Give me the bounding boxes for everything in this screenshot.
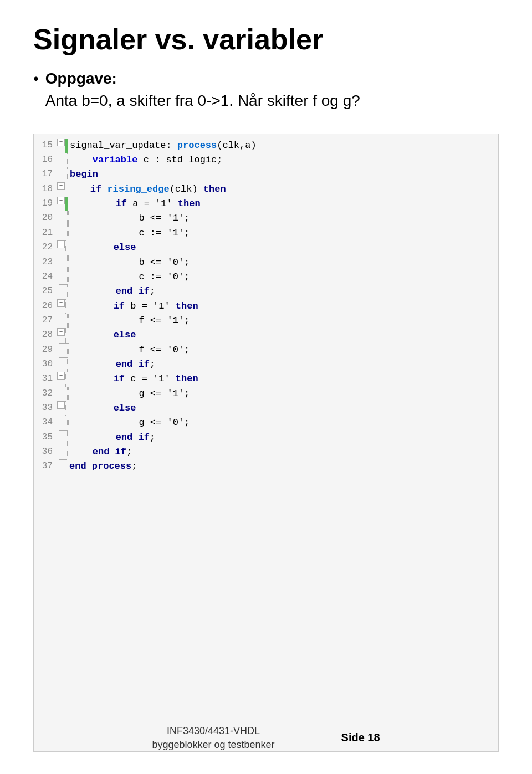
- code-line-25: 25 end if;: [34, 284, 498, 299]
- page-title: Signaler vs. variabler: [33, 22, 499, 57]
- fold-end-35: [59, 430, 67, 445]
- line-content-35: end if;: [68, 430, 498, 445]
- fold-end-36: [59, 445, 67, 459]
- footer: INF3430/4431-VHDL byggeblokker og testbe…: [0, 724, 532, 752]
- code-line-22: 22 − else: [34, 240, 498, 255]
- line-content-19: if a = '1' then: [68, 197, 498, 211]
- line-content-29: f <= '0';: [69, 343, 498, 357]
- fold-box-15[interactable]: −: [57, 139, 65, 146]
- line-content-30: end if;: [68, 357, 498, 372]
- fold-end-34: [59, 416, 67, 430]
- code-line-15: 15 − signal_var_update: process(clk,a): [34, 139, 498, 153]
- fold-box-33[interactable]: −: [57, 401, 65, 409]
- line-num-15: 15: [34, 139, 57, 153]
- line-content-32: g <= '1';: [69, 387, 498, 401]
- fold-end-25: [59, 284, 67, 299]
- fold-end-37: [59, 459, 67, 474]
- code-line-33: 33 − else: [34, 401, 498, 416]
- fold-end-27: [59, 314, 67, 328]
- fold-space-21: [57, 226, 67, 240]
- code-line-32: 32 g <= '1';: [34, 387, 498, 401]
- bullet-dot: •: [33, 70, 39, 88]
- line-num-18: 18: [34, 182, 57, 197]
- code-line-35: 35 end if;: [34, 430, 498, 445]
- code-line-19: 19 − if a = '1' then: [34, 197, 498, 211]
- code-line-18: 18 − if rising_edge(clk) then: [34, 182, 498, 197]
- line-num-21: 21: [34, 226, 57, 240]
- footer-course: INF3430/4431-VHDL byggeblokker og testbe…: [152, 724, 274, 752]
- code-line-31: 31 − if c = '1' then: [34, 372, 498, 386]
- fold-box-26[interactable]: −: [57, 299, 65, 307]
- code-line-26: 26 − if b = '1' then: [34, 299, 498, 314]
- line-num-32: 32: [34, 387, 57, 401]
- code-line-20: 20 b <= '1';: [34, 211, 498, 225]
- code-line-30: 30 end if;: [34, 357, 498, 372]
- line-content-17: begin: [68, 167, 498, 182]
- bullet-label: Oppgave:Anta b=0, a skifter fra 0->1. Nå…: [45, 70, 360, 109]
- line-num-26: 26: [34, 299, 57, 314]
- code-line-23: 23 b <= '0';: [34, 255, 498, 270]
- line-content-15: signal_var_update: process(clk,a): [68, 139, 498, 153]
- fold-end-29: [59, 343, 67, 357]
- line-num-20: 20: [34, 211, 57, 225]
- line-content-27: f <= '1';: [69, 314, 498, 328]
- code-line-21: 21 c := '1';: [34, 226, 498, 240]
- code-line-24: 24 c := '0';: [34, 270, 498, 284]
- line-content-31: if c = '1' then: [66, 372, 498, 386]
- bullet-text: Oppgave:Anta b=0, a skifter fra 0->1. Nå…: [45, 68, 360, 111]
- fold-box-22[interactable]: −: [57, 240, 65, 248]
- line-num-34: 34: [34, 416, 57, 430]
- line-content-23: b <= '0';: [69, 255, 498, 270]
- line-num-33: 33: [34, 401, 57, 416]
- code-line-36: 36 end if;: [34, 445, 498, 459]
- code-line-28: 28 − else: [34, 328, 498, 342]
- line-num-22: 22: [34, 240, 57, 255]
- page-container: Signaler vs. variabler • Oppgave:Anta b=…: [0, 0, 532, 774]
- line-num-28: 28: [34, 328, 57, 342]
- fold-space-24: [57, 270, 67, 284]
- code-line-27: 27 f <= '1';: [34, 314, 498, 328]
- line-content-24: c := '0';: [69, 270, 498, 284]
- code-line-29: 29 f <= '0';: [34, 343, 498, 357]
- line-num-25: 25: [34, 284, 57, 299]
- fold-end-30: [59, 357, 67, 372]
- line-content-21: c := '1';: [69, 226, 498, 240]
- fold-box-19[interactable]: −: [57, 197, 65, 204]
- fold-space-20: [57, 211, 67, 225]
- line-num-27: 27: [34, 314, 57, 328]
- line-content-33: else: [66, 401, 498, 416]
- line-content-36: end if;: [68, 445, 498, 459]
- code-line-16: 16 variable c : std_logic;: [34, 153, 498, 167]
- line-num-35: 35: [34, 430, 57, 445]
- fold-end-32: [59, 387, 67, 401]
- line-content-37: end process;: [67, 459, 498, 474]
- code-line-37: 37 end process;: [34, 459, 498, 474]
- line-num-16: 16: [34, 153, 57, 167]
- fold-box-28[interactable]: −: [57, 328, 65, 336]
- line-num-31: 31: [34, 372, 57, 386]
- bullet-section: • Oppgave:Anta b=0, a skifter fra 0->1. …: [33, 68, 499, 111]
- code-line-17: 17 begin: [34, 167, 498, 182]
- footer-page: Side 18: [341, 731, 380, 744]
- code-line-34: 34 g <= '0';: [34, 416, 498, 430]
- line-content-18: if rising_edge(clk) then: [65, 182, 498, 197]
- fold-space-23: [57, 255, 67, 270]
- line-content-16: variable c : std_logic;: [68, 153, 498, 167]
- line-num-30: 30: [34, 357, 57, 372]
- line-content-25: end if;: [68, 284, 498, 299]
- line-content-20: b <= '1';: [69, 211, 498, 225]
- line-content-28: else: [66, 328, 498, 342]
- code-block: 15 − signal_var_update: process(clk,a) 1…: [33, 134, 499, 752]
- line-num-17: 17: [34, 167, 57, 182]
- line-num-29: 29: [34, 343, 57, 357]
- line-num-19: 19: [34, 197, 57, 211]
- line-num-23: 23: [34, 255, 57, 270]
- fold-box-18[interactable]: −: [57, 182, 65, 190]
- line-num-36: 36: [34, 445, 57, 459]
- fold-box-31[interactable]: −: [57, 372, 65, 380]
- fold-space-16: [57, 153, 67, 167]
- line-num-24: 24: [34, 270, 57, 284]
- line-content-22: else: [66, 240, 498, 255]
- line-content-26: if b = '1' then: [66, 299, 498, 314]
- line-num-37: 37: [34, 459, 57, 474]
